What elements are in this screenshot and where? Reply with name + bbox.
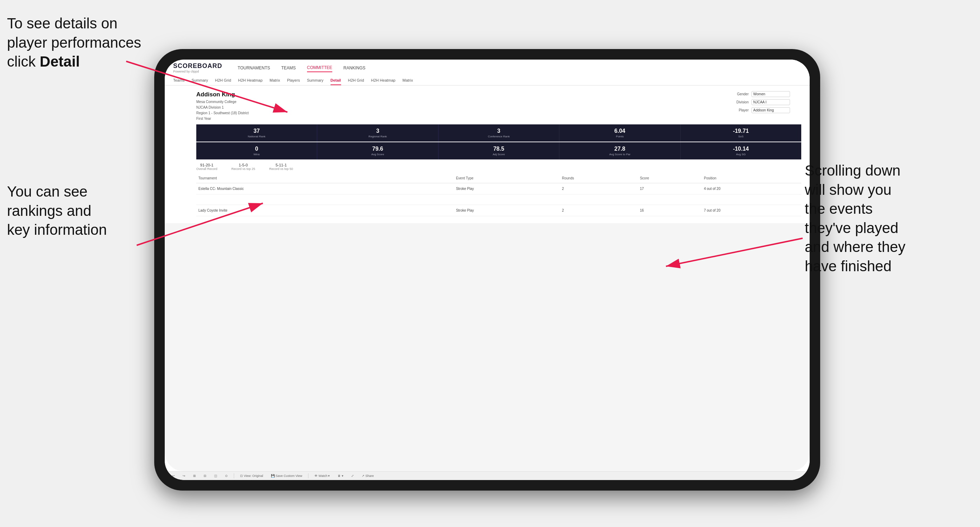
stat-wins: 0 Wins: [196, 142, 317, 159]
gender-label: Gender: [731, 92, 749, 96]
subnav-h2h-grid[interactable]: H2H Grid: [215, 77, 231, 85]
nav-tournaments[interactable]: TOURNAMENTS: [238, 64, 270, 72]
player-filter-label: Player: [731, 108, 749, 112]
avg-score-value: 79.6: [320, 146, 435, 152]
watch-button[interactable]: 👁 Watch ▾: [313, 473, 332, 478]
division-select[interactable]: NJCAA I: [751, 99, 790, 105]
stat-adj-score: 78.5 Adj Score: [439, 142, 559, 159]
logo-subtext: Powered by clippd: [173, 70, 222, 73]
subnav-detail[interactable]: Detail: [331, 77, 341, 85]
record-overall-value: 91-20-1: [196, 163, 217, 167]
zoom-out-button[interactable]: ⊟: [202, 473, 208, 478]
expand-button[interactable]: ⤢: [350, 473, 356, 478]
annotation-bl-line3: key information: [7, 221, 107, 238]
tournament-name-2: Lady Coyote Invite: [196, 205, 434, 216]
nav-rankings[interactable]: RANKINGS: [344, 64, 366, 72]
record-top25-label: Record vs top 25: [231, 167, 255, 171]
player-info: Addison King Mesa Community College NJCA…: [196, 91, 249, 122]
avg-sg-label: Avg SG: [684, 153, 799, 156]
nav-committee[interactable]: COMMITTEE: [307, 64, 332, 72]
main-content: Addison King Mesa Community College NJCA…: [165, 86, 810, 471]
avg-score-label: Avg Score: [320, 153, 435, 156]
tablet-inner: SCOREBOARD Powered by clippd TOURNAMENTS…: [165, 60, 810, 480]
fit-button[interactable]: ◫: [212, 473, 219, 478]
sos-label: SoS: [684, 135, 799, 138]
subnav-matrix2[interactable]: Matrix: [402, 77, 413, 85]
bottom-toolbar: ↩ ↪ ⊞ ⊟ ◫ ⊙ ⊡ View: Original 💾 Save Cust…: [165, 471, 810, 480]
position-1: 4 out of 20: [702, 183, 801, 194]
wins-value: 0: [199, 146, 314, 152]
annotation-right: Scrolling down will show you the events …: [805, 161, 959, 276]
subnav-summary2[interactable]: Summary: [307, 77, 323, 85]
annotation-bl-line2: rankings and: [7, 203, 91, 219]
subnav-h2h-heatmap[interactable]: H2H Heatmap: [238, 77, 262, 85]
division-label: Division: [731, 100, 749, 104]
gender-filter-row: Gender Women: [731, 91, 801, 97]
tournament-name-1: Estella CC- Mountain Classic: [196, 183, 434, 194]
player-region: Region 1 - Southwest (18) District: [196, 110, 249, 116]
annotation-r-line4: they've played: [805, 220, 898, 236]
zoom-in-button[interactable]: ⊞: [191, 473, 198, 478]
share-button[interactable]: ↗ Share: [360, 473, 376, 478]
subnav-players[interactable]: Players: [287, 77, 300, 85]
annotation-top-left: To see details on player performances cl…: [7, 14, 161, 71]
col-rounds: Rounds: [560, 173, 638, 183]
annotation-r-line5: and where they: [805, 239, 905, 255]
national-rank-label: National Rank: [199, 135, 314, 138]
stats-row-1: 37 National Rank 3 Regional Rank 3 Confe…: [196, 124, 801, 141]
subnav-matrix[interactable]: Matrix: [269, 77, 280, 85]
record-top25-value: 1-5-0: [231, 163, 255, 167]
save-custom-view-button[interactable]: 💾 Save Custom View: [269, 473, 304, 478]
annotation-line1: To see details on: [7, 15, 118, 32]
redo-button[interactable]: ↪: [181, 473, 187, 478]
content-panel: Addison King Mesa Community College NJCA…: [165, 86, 810, 223]
national-rank-value: 37: [199, 128, 314, 134]
player-header: Addison King Mesa Community College NJCA…: [165, 86, 810, 124]
subnav-h2h-heatmap2[interactable]: H2H Heatmap: [371, 77, 396, 85]
col-position: Position: [702, 173, 801, 183]
display-button[interactable]: 🖥 ▾: [336, 473, 345, 478]
position-2: 7 out of 20: [702, 205, 801, 216]
nav-teams[interactable]: TEAMS: [281, 64, 296, 72]
annotation-line3-bold: Detail: [40, 53, 80, 70]
subnav-teams[interactable]: Teams: [173, 77, 185, 85]
scoreboard-logo: SCOREBOARD Powered by clippd: [173, 62, 222, 73]
empty-row: [196, 194, 801, 205]
player-filters: Gender Women Division NJCAA I: [731, 91, 801, 122]
stat-national-rank: 37 National Rank: [196, 124, 317, 141]
stat-avg-score: 79.6 Avg Score: [317, 142, 438, 159]
stats-row-2: 0 Wins 79.6 Avg Score 78.5 Adj Score 2: [196, 142, 801, 159]
event-type-1: Stroke Play: [454, 183, 560, 194]
tournament-table-section: Tournament Event Type Rounds Score Posit…: [165, 173, 810, 223]
view-original-button[interactable]: ⊡ View: Original: [238, 473, 265, 478]
tournament-table: Tournament Event Type Rounds Score Posit…: [196, 173, 801, 216]
subnav-h2h-grid2[interactable]: H2H Grid: [348, 77, 364, 85]
player-name: Addison King: [196, 91, 249, 98]
settings-button[interactable]: ⊙: [223, 473, 229, 478]
avg-score-par-label: Avg Score to Par: [562, 153, 677, 156]
avg-sg-value: -10.14: [684, 146, 799, 152]
table-row: Lady Coyote Invite Stroke Play 2 16 7 ou…: [196, 205, 801, 216]
record-top25: 1-5-0 Record vs top 25: [231, 163, 255, 171]
score-1: 17: [638, 183, 702, 194]
record-top50-label: Record vs top 50: [269, 167, 293, 171]
annotation-line3-plain: click: [7, 53, 40, 70]
tournament-empty-2: [434, 205, 453, 216]
col-event-type: Event Type: [454, 173, 560, 183]
regional-rank-value: 3: [320, 128, 435, 134]
player-select[interactable]: Addison King: [751, 107, 790, 113]
gender-select[interactable]: Women: [751, 91, 790, 97]
col-empty: [434, 173, 453, 183]
undo-button[interactable]: ↩: [170, 473, 177, 478]
annotation-line2: player performances: [7, 34, 141, 51]
division-filter-row: Division NJCAA I: [731, 99, 801, 105]
subnav-summary[interactable]: Summary: [191, 77, 208, 85]
wins-label: Wins: [199, 153, 314, 156]
logo-text: SCOREBOARD: [173, 62, 222, 70]
stat-points: 6.04 Points: [559, 124, 680, 141]
tablet-frame: SCOREBOARD Powered by clippd TOURNAMENTS…: [154, 49, 820, 490]
annotation-r-line1: Scrolling down: [805, 162, 900, 179]
toolbar-separator-2: [308, 473, 309, 478]
app-header: SCOREBOARD Powered by clippd TOURNAMENTS…: [165, 60, 810, 86]
records-row: 91-20-1 Overall Record 1-5-0 Record vs t…: [165, 159, 810, 173]
